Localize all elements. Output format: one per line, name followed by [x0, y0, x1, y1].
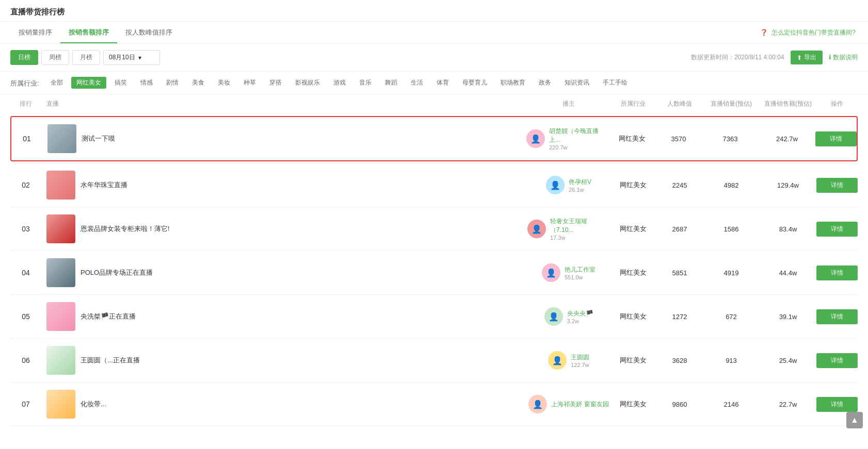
- industry-tag[interactable]: 手工手绘: [598, 77, 633, 89]
- sales-amt-value: 39.1w: [760, 313, 816, 321]
- peak-value: 3570: [655, 135, 702, 143]
- table-row: 07 化妆带... 👤 上海祁美妍 窗窗友园 网红美女 9860 2146 22…: [10, 383, 858, 426]
- filter-right: 数据更新时间：2020/8/11 4:00:04 ⬆ 导出 ℹ 数据说明: [691, 51, 858, 64]
- tab-sales-count[interactable]: 按销量排序: [10, 22, 60, 43]
- sales-amt-value: 22.7w: [760, 401, 816, 408]
- industry-tag[interactable]: 影视娱乐: [290, 77, 325, 89]
- industry-value: 网红美女: [610, 180, 656, 190]
- detail-button[interactable]: 详情: [816, 353, 858, 368]
- header-rank: 排行: [10, 99, 41, 108]
- avatar-icon: 👤: [550, 180, 560, 190]
- industry-tags: 全部网红美女搞笑情感剧情美食美妆种草穿搭影视娱乐游戏音乐舞蹈生活体育母婴育儿职场…: [45, 77, 633, 89]
- live-info: 测试一下嗼: [42, 124, 526, 153]
- industry-tag[interactable]: 知识资讯: [559, 77, 594, 89]
- btn-weekly[interactable]: 周榜: [41, 50, 69, 65]
- industry-value: 网红美女: [610, 268, 656, 277]
- detail-button[interactable]: 详情: [816, 265, 858, 280]
- table-row: 01 测试一下嗼 👤 胡楚靓（今晚直播上... 220.7w 网红美女 3570…: [10, 116, 858, 161]
- page-title: 直播带货排行榜: [0, 0, 868, 22]
- industry-value: 网红美女: [610, 224, 656, 234]
- sales-amt-value: 129.4w: [760, 181, 816, 189]
- sales-qty-value: 672: [703, 313, 760, 321]
- anchor-fans: 122.7w: [571, 362, 589, 368]
- industry-tag[interactable]: 美食: [187, 77, 210, 89]
- date-select[interactable]: 08月10日 ▾: [103, 50, 160, 65]
- filter-bar: 日榜 周榜 月榜 08月10日 ▾ 数据更新时间：2020/8/11 4:00:…: [0, 44, 868, 72]
- btn-daily[interactable]: 日榜: [10, 50, 38, 65]
- live-info: 王圆圆（...正在直播: [41, 346, 527, 375]
- header-anchor: 播主: [527, 99, 610, 108]
- industry-tag[interactable]: 种草: [238, 77, 261, 89]
- scroll-top-button[interactable]: ▲: [846, 412, 863, 428]
- anchor-name[interactable]: 央央央🏴: [567, 309, 593, 318]
- live-thumbnail: [46, 258, 75, 287]
- detail-button[interactable]: 详情: [815, 131, 857, 146]
- anchor-detail: 佟孕桓V 26.1w: [569, 178, 591, 193]
- anchor-name[interactable]: 上海祁美妍 窗窗友园: [551, 400, 608, 409]
- live-thumbnail: [46, 214, 75, 243]
- sales-qty-value: 4982: [703, 181, 760, 189]
- industry-tag[interactable]: 穿搭: [264, 77, 287, 89]
- anchor-avatar: 👤: [528, 395, 547, 413]
- industry-value: 网红美女: [610, 400, 656, 409]
- industry-tag[interactable]: 职场教育: [495, 77, 531, 89]
- anchor-name[interactable]: 胡楚靓（今晚直播上...: [549, 127, 609, 144]
- action-col: 详情: [816, 309, 858, 324]
- industry-tag[interactable]: 情感: [135, 77, 158, 89]
- anchor-name[interactable]: 王圆圆: [571, 353, 589, 362]
- header-peak: 人数峰值: [656, 99, 703, 108]
- industry-tag[interactable]: 美妆: [213, 77, 235, 89]
- industry-tag[interactable]: 母婴育儿: [457, 77, 492, 89]
- sales-qty-value: 1586: [703, 225, 760, 233]
- help-link[interactable]: ❓ 怎么定位抖音热门带货直播间?: [760, 28, 858, 37]
- industry-tag[interactable]: 全部: [45, 77, 68, 89]
- data-explain-link[interactable]: ℹ 数据说明: [829, 53, 858, 62]
- btn-monthly[interactable]: 月榜: [72, 50, 100, 65]
- peak-value: 2245: [656, 181, 703, 189]
- industry-bar: 所属行业: 全部网红美女搞笑情感剧情美食美妆种草穿搭影视娱乐游戏音乐舞蹈生活体育…: [0, 72, 868, 94]
- live-title: 测试一下嗼: [82, 134, 115, 143]
- industry-tag[interactable]: 体育: [431, 77, 454, 89]
- industry-tag[interactable]: 网红美女: [71, 77, 106, 89]
- industry-tag[interactable]: 剧情: [161, 77, 184, 89]
- peak-value: 9860: [656, 401, 703, 408]
- live-info: 央洗桀🏴正在直播: [41, 302, 527, 331]
- rank-number: 05: [10, 312, 41, 321]
- peak-value: 3628: [656, 357, 703, 364]
- detail-button[interactable]: 详情: [816, 309, 858, 324]
- industry-tag[interactable]: 舞蹈: [380, 77, 403, 89]
- table-wrapper: 排行 直播 播主 所属行业 人数峰值 直播销量(预估) 直播销售额(预估) 操作…: [0, 94, 868, 426]
- sales-qty-value: 913: [703, 357, 760, 364]
- live-title: 央洗桀🏴正在直播: [81, 312, 136, 321]
- anchor-info: 👤 胡楚靓（今晚直播上... 220.7w: [526, 127, 609, 151]
- header-live: 直播: [41, 99, 527, 108]
- anchor-name[interactable]: 佟孕桓V: [569, 178, 591, 187]
- live-title: 恩裳品牌女装专柜来啦！薄它!: [81, 224, 170, 234]
- detail-button[interactable]: 详情: [816, 222, 858, 237]
- action-col: 详情: [816, 397, 858, 412]
- header-sales-qty: 直播销量(预估): [703, 99, 760, 108]
- industry-tag[interactable]: 生活: [406, 77, 428, 89]
- industry-tag[interactable]: 音乐: [354, 77, 377, 89]
- action-col: 详情: [816, 265, 858, 280]
- anchor-detail: 艳儿工作室 551.0w: [565, 265, 596, 280]
- rank-number: 01: [11, 135, 42, 143]
- anchor-name[interactable]: 轻奢女王瑞璀（7.10...: [550, 217, 610, 235]
- avatar-icon: 👤: [546, 268, 556, 278]
- rank-number: 04: [10, 269, 41, 277]
- anchor-info: 👤 上海祁美妍 窗窗友园: [527, 395, 610, 413]
- anchor-detail: 上海祁美妍 窗窗友园: [551, 400, 608, 409]
- table-row: 03 恩裳品牌女装专柜来啦！薄它! 👤 轻奢女王瑞璀（7.10... 17.3w…: [10, 207, 858, 251]
- industry-tag[interactable]: 游戏: [328, 77, 351, 89]
- avatar-icon: 👤: [532, 224, 542, 234]
- export-button[interactable]: ⬆ 导出: [791, 51, 823, 64]
- detail-button[interactable]: 详情: [816, 397, 858, 412]
- tab-peak-people[interactable]: 按人数峰值排序: [117, 22, 181, 43]
- detail-button[interactable]: 详情: [816, 178, 858, 193]
- industry-tag[interactable]: 政务: [534, 77, 556, 89]
- industry-tag[interactable]: 搞笑: [109, 77, 132, 89]
- anchor-name[interactable]: 艳儿工作室: [565, 265, 596, 274]
- anchor-fans: 551.0w: [565, 274, 596, 280]
- industry-value: 网红美女: [609, 134, 655, 143]
- tab-sales-amount[interactable]: 按销售额排序: [60, 22, 117, 43]
